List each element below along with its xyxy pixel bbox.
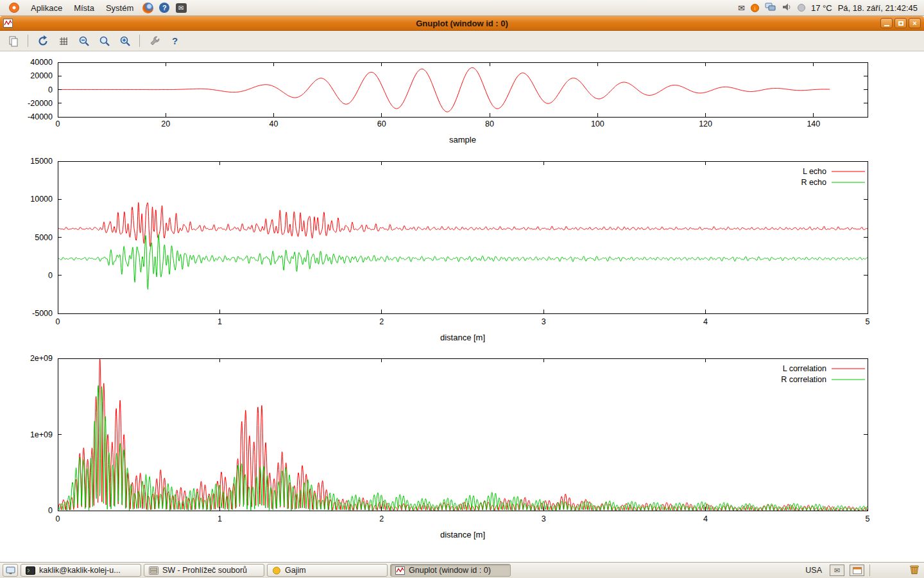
help-icon: ? [159, 3, 169, 13]
titlebar[interactable]: Gnuplot (window id : 0) × [0, 16, 924, 31]
x-axis-label: sample [449, 135, 476, 144]
trash-icon [909, 564, 920, 575]
panel-left: Aplikace Místa Systém ? ✉ [4, 1, 189, 14]
y-tick-label: 0 [48, 85, 53, 94]
update-notifier-icon[interactable]: ↓ [751, 4, 759, 12]
x-tick-label: 120 [699, 119, 712, 128]
taskbar-item-label: SW - Prohlížeč souborů [162, 566, 247, 575]
zoom-reset-button[interactable] [96, 33, 112, 49]
x-tick-label: 2 [379, 317, 384, 326]
x-tick-label: 140 [807, 119, 820, 128]
settings-button[interactable] [146, 33, 162, 49]
x-tick-label: 3 [542, 317, 546, 326]
x-tick-label: 20 [161, 119, 170, 128]
zoom-in-button[interactable] [117, 33, 133, 49]
taskbar-item-file-browser[interactable]: SW - Prohlížeč souborů [144, 564, 264, 577]
help-button[interactable]: ? [167, 33, 183, 49]
x-tick-label: 60 [377, 119, 386, 128]
trash-applet[interactable] [909, 564, 920, 577]
weather-icon[interactable] [798, 4, 805, 12]
y-tick-label: 0 [48, 506, 53, 515]
series-l-correlation [58, 359, 868, 511]
x-tick-label: 5 [866, 514, 870, 523]
taskbar-item-label: kaklik@kaklik-kolej-u... [39, 566, 121, 575]
taskbar-item-terminal[interactable]: kaklik@kaklik-kolej-u... [21, 564, 141, 577]
legend-label: L echo [803, 167, 826, 176]
taskbar: kaklik@kaklik-kolej-u... SW - Prohlížeč … [0, 562, 924, 578]
show-desktop-icon [6, 566, 15, 575]
x-axis-label: distance [m] [440, 530, 485, 539]
tray-mail-icon[interactable]: ✉ [738, 3, 745, 13]
x-tick-label: 5 [866, 317, 870, 326]
series-r-echo [58, 235, 868, 290]
x-tick-label: 0 [56, 514, 60, 523]
y-tick-label: -40000 [28, 112, 53, 121]
keyboard-layout-indicator[interactable]: USA [803, 566, 825, 575]
minimize-button[interactable] [880, 18, 893, 28]
window-controls: × [880, 18, 921, 28]
zoom-in-icon [119, 35, 132, 48]
maximize-icon [898, 21, 903, 26]
taskbar-item-gnuplot[interactable]: Gnuplot (window id : 0) [390, 564, 511, 577]
x-tick-label: 0 [56, 119, 60, 128]
y-tick-label: 2e+09 [30, 354, 53, 363]
volume-icon[interactable] [782, 3, 792, 13]
clock[interactable]: Pá, 18. září, 21:42:45 [838, 3, 918, 13]
menu-places[interactable]: Místa [69, 2, 99, 14]
x-tick-label: 40 [270, 119, 278, 128]
grid-icon [57, 35, 70, 48]
ubuntu-menu[interactable] [4, 1, 24, 14]
taskbar-separator [869, 565, 870, 576]
y-tick-label: -20000 [28, 99, 53, 108]
network-icon[interactable] [765, 3, 776, 13]
series-l-echo [58, 202, 868, 247]
taskbar-item-gajim[interactable]: Gajim [267, 564, 388, 577]
x-tick-label: 80 [485, 119, 494, 128]
plot-area: 02040608010012014040000200000-20000-4000… [0, 51, 924, 562]
zoom-reset-icon [98, 35, 111, 48]
x-tick-label: 1 [218, 317, 222, 326]
file-manager-icon [149, 566, 158, 575]
grid-button[interactable] [55, 33, 71, 49]
x-tick-label: 0 [56, 317, 60, 326]
y-tick-label: 1e+09 [30, 430, 53, 439]
menu-system[interactable]: Systém [101, 2, 139, 14]
x-tick-label: 2 [379, 514, 384, 523]
toolbar: ? [0, 31, 924, 51]
legend-label: L correlation [783, 364, 826, 373]
x-tick-label: 4 [703, 317, 708, 326]
gnuplot-icon [395, 566, 405, 575]
menu-applications[interactable]: Aplikace [26, 2, 67, 14]
y-tick-label: -5000 [32, 309, 53, 318]
zoom-out-button[interactable] [76, 33, 92, 49]
x-tick-label: 4 [703, 514, 708, 523]
mini-window-icon [853, 567, 862, 574]
zoom-out-icon [78, 35, 90, 48]
help-launcher[interactable]: ? [158, 2, 170, 13]
plot-border [58, 358, 868, 511]
tray-gnuplot-window[interactable] [850, 565, 864, 576]
series-r-correlation [58, 385, 868, 511]
copy-button[interactable] [5, 33, 21, 49]
y-tick-label: 0 [48, 271, 53, 280]
maximize-button[interactable] [894, 18, 907, 28]
taskbar-right: USA ✉ [803, 564, 921, 577]
show-desktop-button[interactable] [3, 564, 18, 577]
envelope-icon: ✉ [834, 566, 840, 575]
window-title: Gnuplot (window id : 0) [0, 19, 924, 28]
terminal-icon [26, 566, 35, 575]
mail-icon: ✉ [176, 3, 187, 13]
ubuntu-logo-icon [9, 3, 19, 13]
taskbar-item-label: Gnuplot (window id : 0) [409, 566, 491, 575]
firefox-launcher[interactable] [142, 2, 153, 13]
gnuplot-window: Gnuplot (window id : 0) × [0, 16, 924, 562]
tray-mail-window[interactable]: ✉ [830, 565, 844, 576]
copy-icon [7, 35, 20, 48]
legend-label: R echo [801, 178, 826, 187]
close-button[interactable]: × [909, 18, 921, 28]
plot-border [58, 161, 868, 313]
panel-tray: ✉ ↓ 17 °C Pá, 18. září, 21:42:45 [738, 3, 920, 13]
y-tick-label: 5000 [35, 233, 53, 242]
replot-button[interactable] [35, 33, 51, 49]
mail-launcher[interactable]: ✉ [175, 2, 187, 13]
